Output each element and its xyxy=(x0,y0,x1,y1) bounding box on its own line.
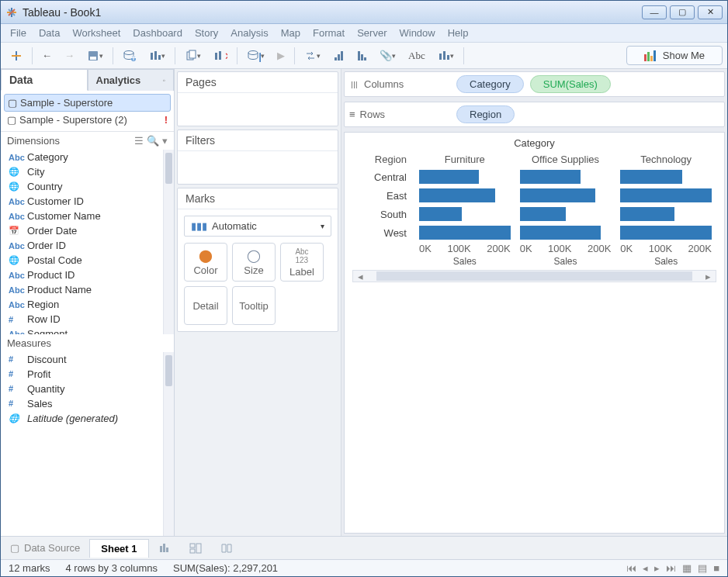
menu-map[interactable]: Map xyxy=(281,27,300,39)
field-item[interactable]: 🌐City xyxy=(1,164,163,179)
close-button[interactable]: ✕ xyxy=(698,5,723,19)
clear-sheet-button[interactable]: ✕ xyxy=(209,47,232,65)
field-item[interactable]: AbcProduct Name xyxy=(1,282,163,297)
pill-sum-sales[interactable]: SUM(Sales) xyxy=(530,75,611,93)
show-labels-button[interactable]: Abc xyxy=(404,47,430,65)
auto-updates-button[interactable]: ❚❚ xyxy=(242,47,269,65)
minimize-button[interactable]: — xyxy=(642,5,667,19)
chart[interactable]: Category RegionFurnitureOffice SuppliesT… xyxy=(344,132,725,534)
data-source-item[interactable]: ▢ Sample - Superstore xyxy=(4,94,171,112)
svg-rect-17 xyxy=(219,51,221,60)
data-source-tab[interactable]: ▢Data Source xyxy=(1,539,89,557)
tableau-logo-icon[interactable] xyxy=(5,47,27,65)
fit-button[interactable] xyxy=(433,47,459,65)
sort-asc-button[interactable] xyxy=(328,47,348,64)
run-update-button[interactable]: ▶ xyxy=(272,47,289,64)
pin-button[interactable]: 📎 xyxy=(375,47,400,64)
new-datasource-button[interactable]: + xyxy=(118,47,141,65)
field-item[interactable]: AbcSegment xyxy=(1,327,163,334)
svg-rect-27 xyxy=(439,54,442,60)
back-button[interactable]: ← xyxy=(37,47,57,64)
sort-desc-button[interactable] xyxy=(352,47,372,64)
nav-last-icon[interactable]: ⏭ xyxy=(666,562,676,574)
nav-prev-icon[interactable]: ◂ xyxy=(643,562,648,574)
field-item[interactable]: AbcProduct ID xyxy=(1,268,163,282)
menu-help[interactable]: Help xyxy=(448,27,469,39)
marks-color-button[interactable]: ⬤Color xyxy=(184,243,227,282)
field-item[interactable]: #Sales xyxy=(1,396,163,411)
view-full-icon[interactable]: ■ xyxy=(713,562,719,574)
rows-shelf[interactable]: ≡Rows Region xyxy=(344,102,725,127)
columns-shelf[interactable]: ⫼Columns Category SUM(Sales) xyxy=(344,71,725,97)
horizontal-scrollbar[interactable]: ◂▸ xyxy=(352,270,716,282)
maximize-button[interactable]: ▢ xyxy=(670,5,695,19)
marks-type-dropdown[interactable]: ▮▮▮ Automatic xyxy=(184,216,331,237)
data-source-item[interactable]: ▢ Sample - Superstore (2) ! xyxy=(4,112,171,128)
svg-rect-38 xyxy=(196,544,201,553)
datasource-icon: ▢ xyxy=(10,542,19,554)
field-item[interactable]: AbcCustomer Name xyxy=(1,209,163,223)
app-icon xyxy=(5,6,18,19)
field-item[interactable]: AbcCategory xyxy=(1,150,163,164)
field-item[interactable]: #Discount xyxy=(1,352,163,367)
view-grid-icon[interactable]: ▦ xyxy=(682,562,692,574)
menu-server[interactable]: Server xyxy=(357,27,387,39)
menu-icon[interactable]: ▾ xyxy=(162,135,168,147)
field-item[interactable]: 🌐Country xyxy=(1,179,163,194)
pill-category[interactable]: Category xyxy=(456,75,524,93)
menu-story[interactable]: Story xyxy=(195,27,218,39)
menu-dashboard[interactable]: Dashboard xyxy=(133,27,182,39)
swap-button[interactable] xyxy=(300,47,325,65)
marks-size-button[interactable]: ◯Size xyxy=(232,243,276,282)
new-dashboard-icon[interactable] xyxy=(180,540,211,557)
new-story-icon[interactable] xyxy=(211,540,242,557)
field-item[interactable]: 📅Order Date xyxy=(1,223,163,238)
view-film-icon[interactable]: ▤ xyxy=(698,562,707,574)
menu-data[interactable]: Data xyxy=(39,27,60,39)
cards-panel: Pages Filters Marks ▮▮▮ Automatic ⬤Color… xyxy=(175,69,341,536)
marks-tooltip-button[interactable]: Tooltip xyxy=(232,286,276,325)
scrollbar[interactable] xyxy=(163,150,174,334)
menu-window[interactable]: Window xyxy=(399,27,435,39)
field-item[interactable]: #Quantity xyxy=(1,382,163,396)
field-item[interactable]: 🌐Latitude (generated) xyxy=(1,411,163,426)
sheet-tabs: ▢Data Source Sheet 1 xyxy=(1,536,727,559)
nav-first-icon[interactable]: ⏮ xyxy=(626,562,636,574)
filters-card[interactable]: Filters xyxy=(177,130,338,185)
show-me-button[interactable]: Show Me xyxy=(626,46,723,65)
search-icon[interactable]: 🔍 xyxy=(147,135,159,147)
tab-data[interactable]: Data xyxy=(1,69,88,91)
field-item[interactable]: AbcCustomer ID xyxy=(1,194,163,209)
menu-file[interactable]: File xyxy=(10,27,26,39)
view-icon[interactable]: ☰ xyxy=(134,135,144,147)
pages-card[interactable]: Pages xyxy=(177,71,338,126)
error-icon: ! xyxy=(165,114,168,126)
field-item[interactable]: #Profit xyxy=(1,367,163,382)
field-item[interactable]: AbcOrder ID xyxy=(1,238,163,253)
new-worksheet-icon[interactable] xyxy=(149,540,180,557)
duplicate-sheet-button[interactable] xyxy=(180,47,206,65)
field-item[interactable]: #Row ID xyxy=(1,312,163,327)
svg-rect-26 xyxy=(364,57,366,60)
field-item[interactable]: 🌐Postal Code xyxy=(1,253,163,268)
menu-worksheet[interactable]: Worksheet xyxy=(72,27,120,39)
marks-label-button[interactable]: Abc123Label xyxy=(280,243,324,282)
scrollbar[interactable] xyxy=(163,352,174,537)
titlebar: Tableau - Book1 — ▢ ✕ xyxy=(1,1,727,24)
forward-button[interactable]: → xyxy=(60,47,79,64)
viz-area: ⫼Columns Category SUM(Sales) ≡Rows Regio… xyxy=(341,69,727,536)
menu-format[interactable]: Format xyxy=(313,27,345,39)
toolbar: ← → + ✕ ❚❚ ▶ 📎 Abc Show Me xyxy=(1,43,727,69)
menu-analysis[interactable]: Analysis xyxy=(231,27,268,39)
data-sidebar: Data Analytics◦ ▢ Sample - Superstore ▢ … xyxy=(1,69,175,536)
sheet-tab[interactable]: Sheet 1 xyxy=(89,539,148,558)
pill-region[interactable]: Region xyxy=(456,105,515,123)
field-item[interactable]: AbcRegion xyxy=(1,297,163,312)
svg-rect-24 xyxy=(358,51,360,60)
tab-analytics[interactable]: Analytics◦ xyxy=(88,69,175,91)
new-worksheet-button[interactable] xyxy=(144,47,170,65)
marks-detail-button[interactable]: Detail xyxy=(184,286,227,325)
save-button[interactable] xyxy=(82,47,108,65)
nav-next-icon[interactable]: ▸ xyxy=(654,562,660,574)
svg-text:❚❚: ❚❚ xyxy=(257,51,261,62)
